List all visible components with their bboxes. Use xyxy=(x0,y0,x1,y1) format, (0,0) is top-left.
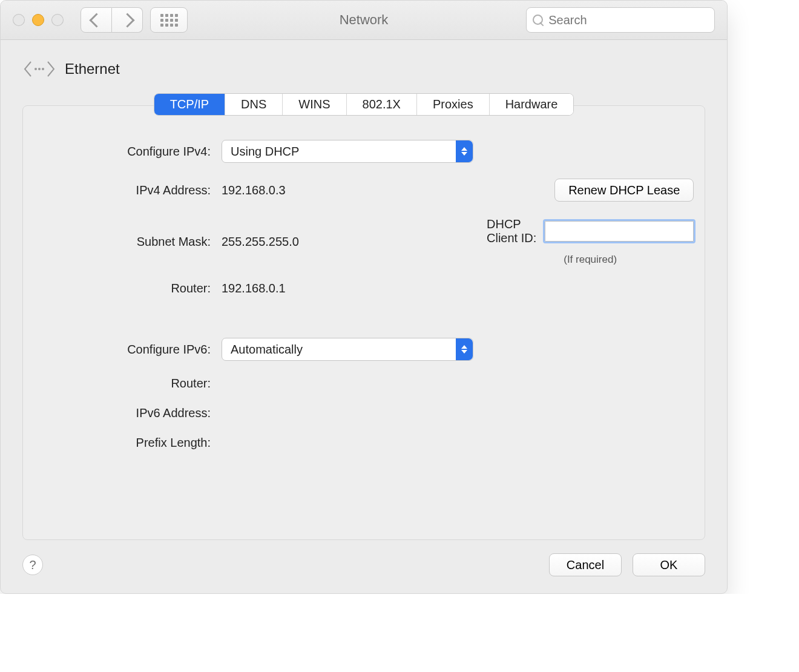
svg-point-2 xyxy=(42,68,44,70)
value-subnet-mask: 255.255.255.0 xyxy=(222,235,476,249)
popup-caret-icon xyxy=(456,140,473,162)
label-ipv4-address: IPv4 Address: xyxy=(47,183,211,197)
footer: ? Cancel OK xyxy=(22,553,705,576)
configure-ipv6-value: Automatically xyxy=(231,343,303,357)
chevron-left-icon xyxy=(89,13,104,27)
label-router: Router: xyxy=(47,282,211,295)
nav-buttons xyxy=(81,7,143,33)
tab-tcpip[interactable]: TCP/IP xyxy=(154,94,225,115)
configure-ipv4-popup[interactable]: Using DHCP xyxy=(222,140,473,163)
chevron-right-icon xyxy=(120,13,134,27)
minimize-window-button[interactable] xyxy=(32,14,44,26)
tab-8021x[interactable]: 802.1X xyxy=(347,94,417,115)
dhcp-client-id-input[interactable] xyxy=(545,221,694,242)
tab-wins[interactable]: WINS xyxy=(283,94,346,115)
search-input[interactable] xyxy=(547,13,708,28)
label-configure-ipv4: Configure IPv4: xyxy=(47,145,211,159)
renew-dhcp-lease-button[interactable]: Renew DHCP Lease xyxy=(554,179,694,202)
label-dhcp-client-id: DHCP Client ID: xyxy=(487,217,538,245)
search-icon xyxy=(533,15,542,25)
value-ipv4-address: 192.168.0.3 xyxy=(222,183,476,197)
zoom-window-button[interactable] xyxy=(51,14,64,26)
content-area: Ethernet TCP/IP DNS WINS 802.1X Proxies … xyxy=(1,40,727,593)
window-title: Network xyxy=(340,12,389,28)
close-window-button[interactable] xyxy=(13,14,25,26)
label-ipv6-address: IPv6 Address: xyxy=(47,406,211,420)
back-button[interactable] xyxy=(81,7,112,33)
tcpip-pane: Configure IPv4: Using DHCP IPv4 Address:… xyxy=(22,105,705,540)
window-controls xyxy=(13,14,64,26)
value-router: 192.168.0.1 xyxy=(222,282,476,295)
grid-icon xyxy=(160,14,178,27)
search-field-wrap[interactable] xyxy=(526,7,715,33)
label-router-ipv6: Router: xyxy=(47,377,211,390)
tab-dns[interactable]: DNS xyxy=(225,94,283,115)
preferences-window: Network Ethernet TCP/IP DNS xyxy=(0,0,728,594)
cancel-button[interactable]: Cancel xyxy=(549,553,622,576)
titlebar: Network xyxy=(1,1,727,40)
label-prefix-length: Prefix Length: xyxy=(47,436,211,450)
svg-point-1 xyxy=(38,68,41,70)
dhcp-client-id-hint: (If required) xyxy=(511,254,669,266)
configure-ipv6-popup[interactable]: Automatically xyxy=(222,338,473,361)
interface-name: Ethernet xyxy=(65,61,120,77)
tabs: TCP/IP DNS WINS 802.1X Proxies Hardware xyxy=(154,93,574,116)
label-subnet-mask: Subnet Mask: xyxy=(47,235,211,249)
ethernet-icon xyxy=(22,57,56,81)
interface-header: Ethernet xyxy=(22,57,705,81)
label-configure-ipv6: Configure IPv6: xyxy=(47,343,211,357)
popup-caret-icon xyxy=(456,338,473,360)
help-button[interactable]: ? xyxy=(22,555,43,575)
tab-bar: TCP/IP DNS WINS 802.1X Proxies Hardware xyxy=(22,93,705,116)
configure-ipv4-value: Using DHCP xyxy=(231,145,299,159)
show-all-button[interactable] xyxy=(150,7,188,33)
ok-button[interactable]: OK xyxy=(633,553,705,576)
tab-hardware[interactable]: Hardware xyxy=(490,94,574,115)
svg-point-0 xyxy=(35,68,37,70)
tab-proxies[interactable]: Proxies xyxy=(417,94,490,115)
forward-button[interactable] xyxy=(112,7,143,33)
